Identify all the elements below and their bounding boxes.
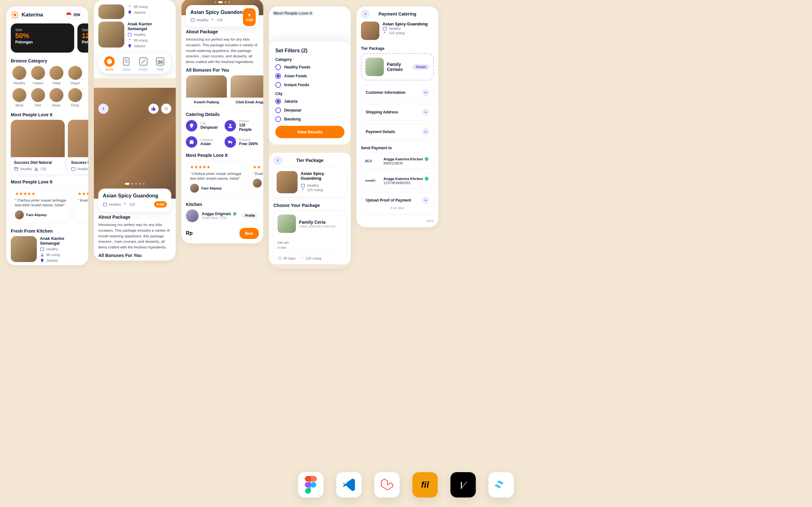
star-rating: ★★★ [78, 191, 88, 196]
laravel-icon [374, 472, 400, 498]
carousel-dots[interactable] [125, 183, 145, 185]
svg-point-30 [302, 257, 303, 258]
carousel-dots[interactable] [214, 1, 230, 3]
book-button[interactable]: Boo [240, 228, 259, 239]
radio-option[interactable]: Instant Foods [275, 82, 345, 88]
nav-home[interactable]: Home [104, 56, 115, 71]
promo-carousel[interactable]: Sale 50% Potongan Sale 12 Poto [6, 23, 88, 56]
category-item[interactable]: Meat [11, 88, 28, 107]
kitchen-avatar [186, 210, 199, 222]
review-scroll[interactable]: ★★★★★ " Chefnya pinter masak sehingga bi… [182, 160, 263, 199]
svg-point-36 [456, 478, 470, 492]
bank-card[interactable]: mandiri Angga Katerina Kitchen 123798349… [361, 172, 434, 189]
profile-button[interactable]: Profile [241, 213, 259, 219]
accordion-payment[interactable]: Payment Details [361, 124, 434, 140]
back-button[interactable] [98, 104, 108, 114]
tier-image [276, 171, 298, 193]
promo-value: 50% [15, 32, 70, 40]
nav-help[interactable]: 24Help! [154, 56, 166, 71]
category-item[interactable]: Vegan [67, 66, 84, 85]
svg-text:24: 24 [158, 60, 163, 64]
calendar-icon [383, 26, 387, 31]
people-icon [210, 18, 215, 22]
category-item[interactable]: Asian [48, 88, 65, 107]
people-icon [301, 187, 305, 192]
filter-title: Set Filters (2) [275, 48, 345, 54]
pkg-image [277, 215, 296, 233]
bank-card[interactable]: BCA Angga Katerina Kitchen 8008129839 [361, 153, 434, 169]
radio-option[interactable]: Jakarta [275, 99, 345, 104]
about-title: About Package [182, 26, 263, 37]
bonus-scroll[interactable]: Kuweh Padang Cilok Emak Angga [182, 75, 263, 109]
page-title: Tier Package [296, 158, 323, 163]
bonus-card[interactable]: Cilok Emak Angga [230, 75, 263, 107]
product-card[interactable]: Success D Healthy [68, 120, 88, 174]
chevron-down-icon [422, 128, 429, 135]
upload-proof[interactable]: Upload Proof of Payment d an attac [361, 192, 434, 215]
category-item[interactable]: Party [67, 88, 84, 107]
tier-label: Tier Package [357, 44, 438, 53]
promo-card[interactable]: Sale 50% Potongan [11, 23, 74, 53]
tool-dock: fil [298, 472, 514, 498]
avatar [15, 210, 24, 219]
payment-product: Asian Spicy Guandong Healthy 125 orang [357, 21, 438, 44]
review-text: " Chefnya pinter masak sehingga bisa leb… [190, 171, 241, 181]
verified-icon [233, 212, 237, 216]
nav-order[interactable]: Order [120, 56, 132, 71]
bonus-card[interactable]: Kuweh Padang [186, 75, 227, 107]
svg-rect-4 [72, 168, 75, 170]
back-button[interactable] [361, 9, 370, 18]
svg-point-33 [425, 157, 428, 161]
promo-card[interactable]: Sale 12 Poto [78, 23, 88, 53]
package-card[interactable]: Family Ceria Untuk anda baru memulai kan… [273, 210, 346, 265]
bank-number: 12379834983281 [384, 181, 429, 185]
price-label: Rp [186, 230, 193, 236]
phone-detail-more: 4.5/5 Asian Spicy Guandong Healthy 125 A… [182, 0, 263, 243]
accordion-customer[interactable]: Customer Information [361, 84, 434, 101]
list-item[interactable]: Anak Kantor Semangat Healthy 88 orang Ja… [94, 21, 176, 51]
filter-sheet: Set Filters (2) Category Healthy Foods A… [269, 42, 351, 145]
radio-option[interactable]: Bandung [275, 116, 345, 122]
category-item[interactable]: Diet [30, 88, 47, 107]
nav-promo[interactable]: Promo [138, 56, 149, 71]
promo-sub: Poto [82, 40, 88, 44]
review-scroll[interactable]: ★★★★★ " Chefnya pinter masak sehingga bi… [6, 187, 88, 226]
pin-icon [128, 44, 132, 48]
svg-point-34 [425, 177, 428, 181]
category-item[interactable]: Instant [30, 66, 47, 85]
radio-option[interactable]: Denpasar [275, 107, 345, 113]
product-title: Asian Spicy Guandong [103, 193, 167, 199]
list-item[interactable]: Anak Kantor Semangat Healthy 88 orang Ja… [6, 236, 88, 265]
back-button[interactable] [273, 156, 282, 165]
kitchen-row[interactable]: Angga Originals Sejak tahun 1783 Profile [182, 210, 263, 222]
radio-option[interactable]: Asian Foods [275, 73, 345, 79]
category-item[interactable]: Halal [48, 66, 65, 85]
phone-payment: Payment Catering Asian Spicy Guandong He… [357, 6, 438, 227]
about-description: Introducing our perfect way for any kids… [182, 37, 263, 65]
language-selector[interactable]: IDN [64, 11, 84, 19]
brand-name: Katerina [21, 12, 43, 18]
pin-icon [247, 13, 252, 18]
svg-point-26 [231, 143, 232, 144]
svg-point-6 [42, 253, 43, 255]
view-results-button[interactable]: View Results [275, 126, 345, 138]
radio-option[interactable]: Healthy Foods [275, 64, 345, 70]
category-item[interactable]: Healthy [11, 66, 28, 85]
details-button[interactable]: Details [413, 64, 429, 70]
selected-package[interactable]: Family Ceriwis Details [361, 53, 434, 80]
accordion-shipping[interactable]: Shipping Address [361, 104, 434, 120]
like-button[interactable] [148, 104, 159, 114]
product-card[interactable]: Success Diet Natural Healthy 125 [11, 120, 65, 174]
promo-label: Sale [82, 28, 88, 32]
promo-value: 12 [82, 32, 88, 40]
product-title: Asian Spicy Guandong [383, 21, 427, 26]
help-icon: 24 [154, 56, 166, 67]
calendar-icon [301, 183, 305, 187]
list-item[interactable]: 88 orang Jakarta [94, 4, 176, 21]
avatar [190, 184, 199, 193]
popular-scroll[interactable]: Success Diet Natural Healthy 125 Success… [6, 120, 88, 177]
figma-icon [298, 472, 323, 498]
more-button[interactable] [161, 104, 171, 114]
svg-point-35 [310, 482, 316, 488]
blurred-bg: Most People Love It [269, 6, 351, 20]
